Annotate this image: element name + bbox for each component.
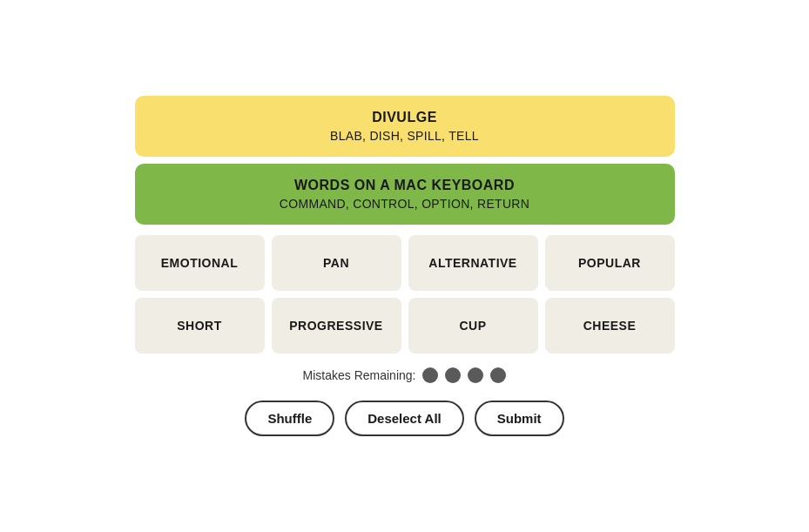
mistake-dot-1 — [422, 367, 438, 383]
shuffle-button[interactable]: Shuffle — [245, 401, 334, 436]
mistakes-dots — [422, 367, 506, 383]
tile-cup[interactable]: CUP — [408, 298, 538, 354]
deselect-button[interactable]: Deselect All — [345, 401, 464, 436]
submit-button[interactable]: Submit — [475, 401, 564, 436]
words-grid: EMOTIONAL PAN ALTERNATIVE POPULAR SHORT … — [135, 235, 675, 354]
mistakes-row: Mistakes Remaining: — [135, 367, 675, 383]
game-container: DIVULGE BLAB, DISH, SPILL, TELL WORDS ON… — [135, 96, 675, 436]
category-green-words: COMMAND, CONTROL, OPTION, RETURN — [152, 197, 657, 211]
mistake-dot-3 — [468, 367, 483, 383]
tile-cheese[interactable]: CHEESE — [545, 298, 675, 354]
category-green: WORDS ON A MAC KEYBOARD COMMAND, CONTROL… — [135, 164, 675, 225]
tile-emotional[interactable]: EMOTIONAL — [135, 235, 265, 291]
category-yellow: DIVULGE BLAB, DISH, SPILL, TELL — [135, 96, 675, 157]
tile-popular[interactable]: POPULAR — [545, 235, 675, 291]
tile-pan[interactable]: PAN — [272, 235, 401, 291]
tile-alternative[interactable]: ALTERNATIVE — [408, 235, 538, 291]
category-yellow-title: DIVULGE — [152, 110, 657, 125]
category-yellow-words: BLAB, DISH, SPILL, TELL — [152, 129, 657, 143]
mistake-dot-2 — [445, 367, 461, 383]
mistake-dot-4 — [490, 367, 506, 383]
tile-short[interactable]: SHORT — [135, 298, 265, 354]
actions-row: Shuffle Deselect All Submit — [135, 401, 675, 436]
tile-progressive[interactable]: PROGRESSIVE — [272, 298, 401, 354]
mistakes-label: Mistakes Remaining: — [303, 368, 416, 382]
category-green-title: WORDS ON A MAC KEYBOARD — [152, 178, 657, 193]
